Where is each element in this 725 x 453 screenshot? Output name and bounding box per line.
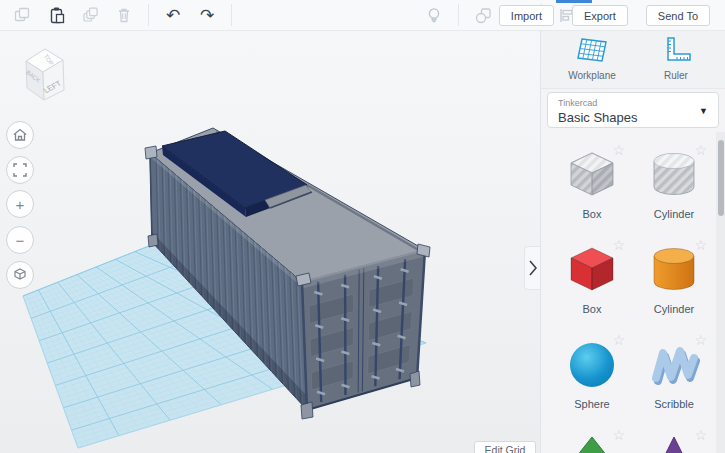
striped-cylinder-icon xyxy=(647,148,701,202)
edit-grid-button[interactable]: Edit Grid xyxy=(474,441,536,453)
chevron-down-icon: ▼ xyxy=(699,106,708,116)
shape-label: Sphere xyxy=(559,398,625,410)
shape-label: Cylinder xyxy=(641,303,707,315)
favorite-star-icon[interactable]: ☆ xyxy=(612,332,625,348)
panel-scrollbar[interactable] xyxy=(716,132,725,453)
shape-tile-sphere[interactable]: ☆ Sphere xyxy=(559,338,625,433)
toolbar: ↶ ↷ xyxy=(0,0,725,31)
workplane-label: Workplane xyxy=(559,70,625,81)
view-cube[interactable]: TOP BACK LEFT xyxy=(14,46,70,106)
zoom-out-button[interactable]: − xyxy=(6,226,34,254)
perspective-toggle-button[interactable] xyxy=(6,261,34,289)
undo-button[interactable]: ↶ xyxy=(163,5,183,25)
top-accent-bar xyxy=(556,0,592,3)
favorite-star-icon[interactable]: ☆ xyxy=(694,142,707,158)
group-icon xyxy=(474,6,493,24)
group-button[interactable] xyxy=(473,5,493,25)
perspective-cube-icon xyxy=(11,266,29,284)
workplane-icon xyxy=(574,36,610,64)
shape-tile-scribble[interactable]: ☆ Scribble xyxy=(641,338,707,433)
favorite-star-icon[interactable]: ☆ xyxy=(694,237,707,253)
favorite-star-icon[interactable]: ☆ xyxy=(694,427,707,443)
favorite-star-icon[interactable]: ☆ xyxy=(612,142,625,158)
export-button[interactable]: Export xyxy=(572,5,628,26)
striped-box-icon xyxy=(565,148,619,202)
scene-3d xyxy=(0,30,540,453)
shape-tile-pyramid[interactable]: ☆ xyxy=(641,433,707,453)
paste-button[interactable] xyxy=(46,5,66,25)
shape-tile-roof[interactable]: ☆ xyxy=(559,433,625,453)
shape-library-dropdown[interactable]: Tinkercad Basic Shapes ▼ xyxy=(547,92,719,128)
trash-icon xyxy=(115,6,133,24)
dropdown-selected-value: Basic Shapes xyxy=(558,110,638,125)
show-all-button[interactable] xyxy=(424,5,444,25)
purple-pyramid-icon xyxy=(647,433,701,453)
green-roof-icon xyxy=(565,433,619,453)
shapes-panel: Workplane Ruler Tinkercad Basic Shapes ▼… xyxy=(540,30,725,453)
shape-tile-box[interactable]: ☆ Box xyxy=(559,243,625,338)
dropdown-category: Tinkercad xyxy=(558,98,597,108)
toolbar-divider xyxy=(148,4,149,26)
blue-sphere-icon xyxy=(565,338,619,392)
shape-label: Cylinder xyxy=(641,208,707,220)
ruler-tool[interactable]: Ruler xyxy=(643,36,709,81)
fit-view-button[interactable] xyxy=(6,156,34,184)
paste-icon xyxy=(47,6,65,24)
orange-cylinder-icon xyxy=(647,243,701,297)
panel-tools: Workplane Ruler xyxy=(541,30,725,89)
shape-label: Scribble xyxy=(641,398,707,410)
redo-icon: ↷ xyxy=(200,7,214,24)
home-icon xyxy=(11,126,29,144)
shape-tile-cylinder-hole[interactable]: ☆ Cylinder xyxy=(641,148,707,243)
toolbar-divider xyxy=(458,4,459,26)
lightbulb-icon xyxy=(425,6,443,24)
viewport-3d[interactable]: TOP BACK LEFT + − Edit Grid xyxy=(0,30,540,453)
shapes-grid: ☆ Box ☆ Cylinder ☆ xyxy=(541,132,725,453)
shape-tile-cylinder[interactable]: ☆ Cylinder xyxy=(641,243,707,338)
undo-icon: ↶ xyxy=(166,7,180,24)
favorite-star-icon[interactable]: ☆ xyxy=(612,237,625,253)
shape-tile-box-hole[interactable]: ☆ Box xyxy=(559,148,625,243)
scrollbar-thumb[interactable] xyxy=(718,140,724,216)
import-button[interactable]: Import xyxy=(499,5,554,26)
fit-view-icon xyxy=(11,161,29,179)
scribble-icon xyxy=(647,338,701,392)
delete-button[interactable] xyxy=(114,5,134,25)
workplane-tool[interactable]: Workplane xyxy=(559,36,625,81)
plus-icon: + xyxy=(16,196,25,213)
zoom-in-button[interactable]: + xyxy=(6,190,34,218)
favorite-star-icon[interactable]: ☆ xyxy=(612,427,625,443)
red-box-icon xyxy=(565,243,619,297)
copy-button[interactable] xyxy=(12,5,32,25)
favorite-star-icon[interactable]: ☆ xyxy=(694,332,707,348)
shape-label: Box xyxy=(559,208,625,220)
ruler-icon xyxy=(660,36,692,64)
duplicate-button[interactable] xyxy=(80,5,100,25)
copy-icon xyxy=(13,6,31,24)
toolbar-divider xyxy=(231,4,232,26)
send-to-button[interactable]: Send To xyxy=(646,5,710,26)
shape-label: Box xyxy=(559,303,625,315)
panel-collapse-handle[interactable] xyxy=(524,246,540,290)
redo-button[interactable]: ↷ xyxy=(197,5,217,25)
duplicate-icon xyxy=(81,6,99,24)
chevron-right-icon xyxy=(529,260,537,276)
minus-icon: − xyxy=(16,232,25,249)
home-view-button[interactable] xyxy=(6,121,34,149)
ruler-label: Ruler xyxy=(643,70,709,81)
